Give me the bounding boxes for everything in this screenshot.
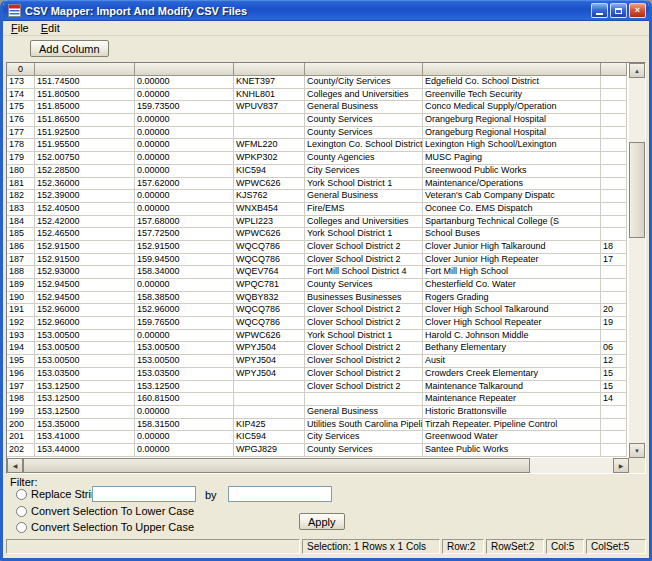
table-cell[interactable]: 198	[7, 393, 35, 406]
scroll-down-button[interactable]: ▼	[629, 443, 645, 458]
table-cell[interactable]	[234, 127, 305, 140]
table-cell[interactable]: 0.00000	[135, 76, 234, 89]
table-cell[interactable]: WQCQ786	[234, 304, 305, 317]
table-cell[interactable]	[601, 139, 627, 152]
table-cell[interactable]: 197	[7, 381, 35, 394]
table-cell[interactable]: 183	[7, 203, 35, 216]
table-cell[interactable]: Businesses Businesses	[305, 292, 423, 305]
table-cell[interactable]: Clover School District 2	[305, 381, 423, 394]
table-cell[interactable]: 0.00000	[135, 139, 234, 152]
table-cell[interactable]	[234, 114, 305, 127]
table-cell[interactable]	[601, 292, 627, 305]
table-cell[interactable]: 152.28500	[35, 165, 135, 178]
table-cell[interactable]: 20	[601, 304, 627, 317]
table-cell[interactable]	[601, 228, 627, 241]
table-cell[interactable]: WPLI223	[234, 216, 305, 229]
table-cell[interactable]	[601, 101, 627, 114]
table-cell[interactable]: KNET397	[234, 76, 305, 89]
table-cell[interactable]: 151.92500	[35, 127, 135, 140]
table-cell[interactable]: KNHL801	[234, 89, 305, 102]
table-cell[interactable]	[601, 279, 627, 292]
table-cell[interactable]: 152.91500	[135, 241, 234, 254]
table-cell[interactable]: 152.96000	[35, 317, 135, 330]
table-cell[interactable]: 0.00000	[135, 431, 234, 444]
table-cell[interactable]: Lexington Co. School District 1	[305, 139, 423, 152]
table-cell[interactable]: WNXB454	[234, 203, 305, 216]
table-cell[interactable]: 0.00000	[135, 444, 234, 457]
table-cell[interactable]: 12	[601, 355, 627, 368]
table-cell[interactable]: Clover Junior High Talkaround	[423, 241, 601, 254]
table-cell[interactable]	[601, 76, 627, 89]
table-cell[interactable]: Tirzah Repeater. Pipeline Control	[423, 419, 601, 432]
table-cell[interactable]	[601, 431, 627, 444]
column-header-4[interactable]	[305, 63, 423, 76]
table-cell[interactable]	[601, 178, 627, 191]
table-cell[interactable]: Fire/EMS	[305, 203, 423, 216]
table-cell[interactable]: WQBY832	[234, 292, 305, 305]
table-cell[interactable]: Oconee Co. EMS Dispatch	[423, 203, 601, 216]
table-cell[interactable]: 158.31500	[135, 419, 234, 432]
table-cell[interactable]: 17	[601, 254, 627, 267]
table-cell[interactable]: 0.00000	[135, 165, 234, 178]
upper-case-radio[interactable]: Convert Selection To Upper Case	[16, 521, 194, 533]
table-cell[interactable]: 153.00500	[35, 355, 135, 368]
table-cell[interactable]: 0.00000	[135, 330, 234, 343]
table-cell[interactable]: 153.44000	[35, 444, 135, 457]
table-cell[interactable]: 152.40500	[35, 203, 135, 216]
table-cell[interactable]: 153.35000	[35, 419, 135, 432]
maximize-button[interactable]	[610, 3, 627, 18]
scroll-up-button[interactable]: ▲	[629, 63, 645, 78]
table-cell[interactable]: 194	[7, 342, 35, 355]
table-cell[interactable]: 175	[7, 101, 35, 114]
table-cell[interactable]	[601, 190, 627, 203]
table-cell[interactable]: School Buses	[423, 228, 601, 241]
table-cell[interactable]: WQCQ786	[234, 241, 305, 254]
table-cell[interactable]: General Business	[305, 101, 423, 114]
minimize-button[interactable]	[591, 3, 608, 18]
table-cell[interactable]: Bethany Elementary	[423, 342, 601, 355]
table-cell[interactable]: WFML220	[234, 139, 305, 152]
table-cell[interactable]: County Services	[305, 444, 423, 457]
table-cell[interactable]	[305, 393, 423, 406]
table-cell[interactable]: Spartanburg Technical College (S	[423, 216, 601, 229]
table-cell[interactable]: Veteran's Cab Company Dispatc	[423, 190, 601, 203]
table-cell[interactable]: 151.80500	[35, 89, 135, 102]
table-cell[interactable]: Clover School District 2	[305, 241, 423, 254]
table-cell[interactable]: Colleges and Universities	[305, 216, 423, 229]
table-cell[interactable]: Edgefield Co. School District	[423, 76, 601, 89]
table-cell[interactable]	[601, 89, 627, 102]
menu-file[interactable]: File	[5, 22, 35, 34]
table-cell[interactable]: 179	[7, 152, 35, 165]
table-cell[interactable]	[601, 330, 627, 343]
table-cell[interactable]: Clover High School Talkaround	[423, 304, 601, 317]
table-cell[interactable]: 199	[7, 406, 35, 419]
table-cell[interactable]: 152.94500	[35, 292, 135, 305]
table-cell[interactable]: Maintenance Talkaround	[423, 381, 601, 394]
table-cell[interactable]: 153.00500	[135, 355, 234, 368]
table-cell[interactable]: 153.03500	[35, 368, 135, 381]
table-cell[interactable]: 153.12500	[35, 406, 135, 419]
column-header-0[interactable]: 0	[7, 63, 35, 76]
table-cell[interactable]: City Services	[305, 431, 423, 444]
column-header-1[interactable]	[35, 63, 135, 76]
table-cell[interactable]: 152.94500	[35, 279, 135, 292]
table-cell[interactable]: 153.12500	[35, 381, 135, 394]
table-cell[interactable]: York School District 1	[305, 178, 423, 191]
table-cell[interactable]: 177	[7, 127, 35, 140]
table-cell[interactable]: General Business	[305, 190, 423, 203]
table-cell[interactable]: 191	[7, 304, 35, 317]
table-cell[interactable]	[234, 381, 305, 394]
table-cell[interactable]	[601, 419, 627, 432]
table-cell[interactable]: 187	[7, 254, 35, 267]
apply-button[interactable]: Apply	[299, 513, 345, 530]
table-cell[interactable]: 151.95500	[35, 139, 135, 152]
table-cell[interactable]: 153.41000	[35, 431, 135, 444]
table-cell[interactable]: 185	[7, 228, 35, 241]
table-cell[interactable]: Clover School District 2	[305, 368, 423, 381]
table-cell[interactable]: Clover School District 2	[305, 254, 423, 267]
horizontal-scrollbar[interactable]: ◀ ▶	[7, 458, 629, 473]
table-cell[interactable]: 158.38500	[135, 292, 234, 305]
table-cell[interactable]: Orangeburg Regional Hospital	[423, 127, 601, 140]
table-cell[interactable]: WPKP302	[234, 152, 305, 165]
table-cell[interactable]: 151.85000	[35, 101, 135, 114]
